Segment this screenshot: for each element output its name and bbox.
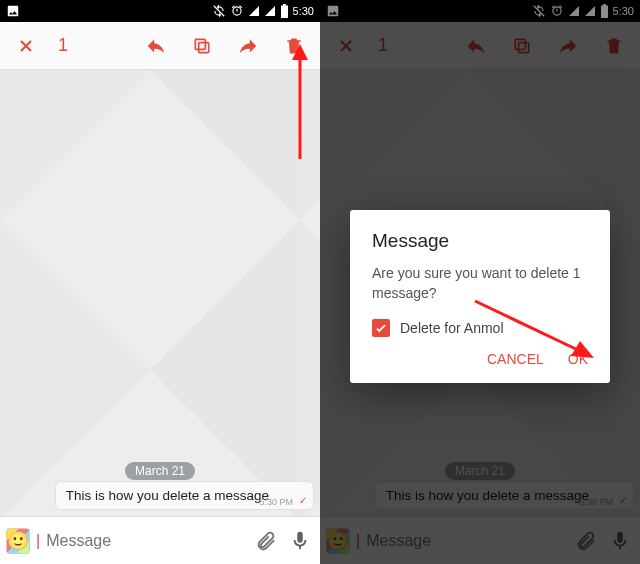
- phone-screen-right: 5:30 1 March 21 This is how you delete a…: [320, 0, 640, 564]
- trash-icon: [284, 36, 304, 56]
- sent-check-icon: ✓: [299, 495, 307, 506]
- message-row[interactable]: This is how you delete a message 5:30 PM…: [55, 481, 314, 510]
- forward-button[interactable]: [228, 26, 268, 66]
- message-time: 5:30 PM: [259, 497, 293, 507]
- delete-confirm-dialog: Message Are you sure you want to delete …: [350, 210, 610, 383]
- picture-icon: [6, 4, 20, 18]
- message-bubble[interactable]: This is how you delete a message 5:30 PM…: [55, 481, 314, 510]
- sync-off-icon: [212, 4, 226, 18]
- input-caret: |: [36, 532, 40, 550]
- delete-for-recipient-row[interactable]: Delete for Anmol: [372, 319, 588, 337]
- date-separator: March 21: [125, 462, 195, 480]
- ok-button[interactable]: OK: [568, 351, 588, 367]
- svg-rect-1: [195, 39, 205, 49]
- svg-rect-0: [199, 42, 209, 52]
- status-time: 5:30: [293, 5, 314, 17]
- reply-icon: [145, 35, 167, 57]
- dialog-title: Message: [372, 230, 588, 252]
- copy-icon: [192, 36, 212, 56]
- reply-button[interactable]: [136, 26, 176, 66]
- checkbox-checked[interactable]: [372, 319, 390, 337]
- checkbox-label: Delete for Anmol: [400, 320, 504, 336]
- selection-count: 1: [58, 35, 68, 56]
- status-bar: 5:30: [0, 0, 320, 22]
- composer-bar: 🙂 |: [0, 516, 320, 564]
- signal-icon: [264, 5, 276, 17]
- delete-button[interactable]: [274, 26, 314, 66]
- attach-button[interactable]: [252, 521, 280, 561]
- alarm-icon: [230, 4, 244, 18]
- dialog-body: Are you sure you want to delete 1 messag…: [372, 264, 588, 303]
- emoji-button[interactable]: 🙂: [6, 528, 30, 554]
- cancel-button[interactable]: CANCEL: [487, 351, 544, 367]
- copy-button[interactable]: [182, 26, 222, 66]
- microphone-icon: [289, 530, 311, 552]
- paperclip-icon: [255, 530, 277, 552]
- voice-button[interactable]: [286, 521, 314, 561]
- message-text: This is how you delete a message: [66, 488, 269, 503]
- close-icon: [16, 36, 36, 56]
- dialog-actions: CANCEL OK: [372, 351, 588, 373]
- chat-area[interactable]: March 21 This is how you delete a messag…: [0, 70, 320, 516]
- battery-icon: [280, 4, 289, 18]
- selection-action-bar: 1: [0, 22, 320, 70]
- phone-screen-left: 5:30 1 March 21 This is how you delete a…: [0, 0, 320, 564]
- check-icon: [374, 321, 388, 335]
- forward-icon: [237, 35, 259, 57]
- signal-icon: [248, 5, 260, 17]
- message-input[interactable]: [46, 532, 246, 550]
- close-selection-button[interactable]: [6, 26, 46, 66]
